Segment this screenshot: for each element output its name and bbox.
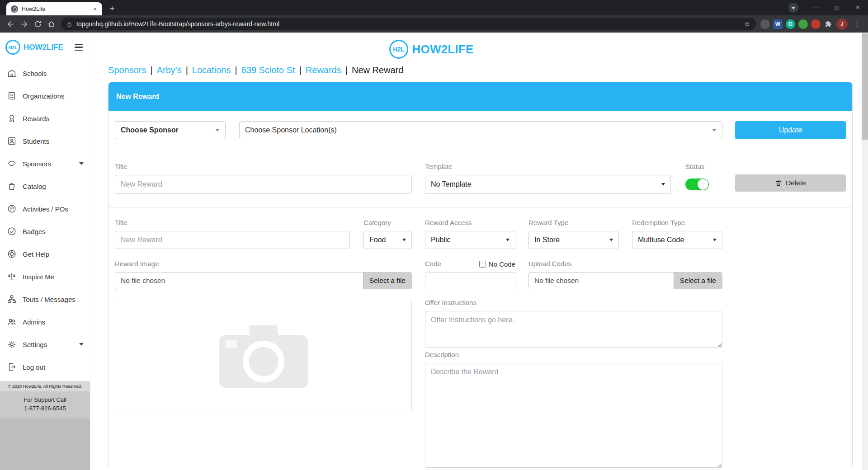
sidebar-item-inspire-me[interactable]: Inspire Me (0, 265, 90, 288)
chevron-down-icon (712, 129, 717, 132)
sidebar-item-label: Rewards (23, 115, 49, 122)
h2l-logo-icon[interactable]: H2L (5, 40, 20, 55)
sidebar-item-label: Admins (23, 318, 45, 326)
reward-access-select[interactable]: Public (425, 231, 515, 249)
breadcrumb-link-arbys[interactable]: Arby's (157, 65, 182, 75)
settings-icon (7, 339, 17, 349)
select-file-button[interactable]: Select a file (363, 273, 411, 289)
sidebar-item-get-help[interactable]: Get Help (0, 243, 90, 265)
sidebar-item-catalog[interactable]: Catalog (0, 175, 90, 197)
description-textarea[interactable] (425, 363, 722, 468)
extension-icon[interactable] (760, 19, 770, 29)
page: H2L HOW2LIFE Schools Organizations Rewar… (0, 33, 868, 470)
browser-menu-icon[interactable]: ⋮ (853, 20, 862, 28)
extension-icon[interactable]: G (786, 19, 795, 29)
extension-icon[interactable]: W (773, 19, 783, 29)
bookmark-star-icon[interactable] (744, 21, 750, 28)
trash-icon (775, 179, 782, 187)
breadcrumb-link-locations[interactable]: Locations (192, 65, 231, 75)
sidebar-item-touts-messages[interactable]: Touts / Messages (0, 288, 90, 310)
window-minimize-button[interactable]: — (806, 0, 826, 15)
new-reward-card: New Reward Choose Sponsor Choose Sponsor… (108, 82, 853, 468)
status-label: Status (685, 163, 731, 171)
sidebar-item-badges[interactable]: Badges (0, 220, 90, 243)
chrome-media-badge-icon[interactable] (788, 3, 798, 13)
reward-image-file-input[interactable]: No file chosen Select a file (115, 272, 412, 289)
code-input[interactable] (425, 272, 515, 289)
no-code-label: No Code (489, 260, 515, 268)
template-select[interactable]: No Template (425, 175, 671, 194)
browser-toolbar: topgunhq.github.io/How2Life-Bootstrap/sp… (0, 15, 868, 33)
home-button[interactable] (44, 17, 58, 31)
forward-button[interactable] (17, 17, 31, 31)
sidebar-item-label: Settings (23, 341, 47, 348)
window-maximize-button[interactable]: □ (826, 0, 847, 15)
window-close-button[interactable]: × (847, 0, 868, 15)
sidebar-item-activities-pos[interactable]: Activities / POs (0, 197, 90, 220)
sidebar-item-settings[interactable]: Settings (0, 333, 90, 356)
delete-button[interactable]: Delete (735, 174, 846, 192)
sidebar-brand-text[interactable]: HOW2LIFE (24, 43, 63, 52)
breadcrumb-separator: | (299, 65, 302, 75)
address-bar[interactable]: topgunhq.github.io/How2Life-Bootstrap/sp… (61, 18, 756, 30)
sidebar-support: For Support Call 1-877-826-6545 (0, 391, 90, 418)
sidebar-item-sponsors[interactable]: Sponsors (0, 152, 90, 175)
title-input[interactable] (115, 175, 412, 194)
update-button[interactable]: Update (735, 121, 846, 139)
chevron-down-icon (506, 239, 509, 241)
choose-sponsor-location-select[interactable]: Choose Sponsor Location(s) (239, 121, 722, 139)
chevron-down-icon (79, 162, 84, 165)
page-scrollbar[interactable] (862, 33, 868, 470)
sidebar-item-label: Get Help (23, 250, 49, 258)
no-code-checkbox[interactable] (479, 261, 486, 268)
sidebar-item-organizations[interactable]: Organizations (0, 85, 90, 107)
breadcrumb-link-address[interactable]: 639 Scioto St (241, 65, 295, 75)
logout-icon (7, 362, 17, 372)
chevron-down-icon (609, 239, 613, 241)
status-toggle[interactable] (685, 179, 709, 190)
choose-sponsor-select[interactable]: Choose Sponsor (115, 121, 226, 139)
sidebar-item-label: Organizations (23, 92, 65, 100)
reward-image-label: Reward Image (115, 260, 412, 268)
select-file-button[interactable]: Select a file (674, 273, 722, 289)
sidebar-item-students[interactable]: Students (0, 130, 90, 152)
toggle-knob (698, 179, 708, 190)
sidebar-item-log-out[interactable]: Log out (0, 356, 90, 378)
breadcrumb-separator: | (151, 65, 153, 75)
hamburger-menu-icon[interactable] (73, 42, 85, 53)
extension-icon[interactable] (811, 19, 821, 29)
choose-location-value: Choose Sponsor Location(s) (245, 126, 337, 134)
tab-close-icon[interactable]: × (91, 5, 99, 13)
profile-avatar[interactable]: J (836, 19, 848, 30)
h2l-logo-icon: H2L (389, 40, 408, 59)
upload-codes-label: Upload Codes (528, 260, 722, 268)
redemption-type-label: Redemption Type (632, 219, 722, 227)
reload-button[interactable] (31, 17, 44, 31)
chevron-down-icon (79, 343, 84, 346)
choose-sponsor-value: Choose Sponsor (121, 126, 179, 134)
breadcrumb-link-rewards[interactable]: Rewards (306, 65, 341, 75)
offer-instructions-textarea[interactable] (425, 311, 722, 348)
upload-codes-file-input[interactable]: No file chosen Select a file (528, 272, 722, 289)
reward-type-select[interactable]: In Store (528, 231, 619, 249)
sidebar-item-schools[interactable]: Schools (0, 62, 90, 85)
chevron-down-icon (661, 183, 665, 186)
extensions-puzzle-icon[interactable] (824, 19, 833, 29)
category-select[interactable]: Food (363, 231, 412, 249)
breadcrumb-link-sponsors[interactable]: Sponsors (108, 65, 146, 75)
sidebar-item-label: Log out (23, 363, 45, 371)
sidebar-item-admins[interactable]: Admins (0, 310, 90, 333)
reward-title-input[interactable] (115, 231, 350, 249)
page-brand: H2L HOW2LIFE (108, 33, 755, 62)
browser-tab[interactable]: How2Life × (6, 2, 102, 15)
camera-placeholder-icon (210, 315, 317, 395)
scrollbar-thumb[interactable] (862, 33, 868, 140)
sidebar-item-label: Touts / Messages (23, 296, 75, 303)
back-button[interactable] (4, 17, 17, 31)
extension-icon[interactable] (798, 19, 808, 29)
students-icon (7, 136, 17, 146)
code-label: Code (425, 260, 441, 268)
sidebar-item-rewards[interactable]: Rewards (0, 107, 90, 130)
new-tab-button[interactable]: + (106, 2, 118, 15)
redemption-type-select[interactable]: Multiuse Code (632, 231, 722, 249)
